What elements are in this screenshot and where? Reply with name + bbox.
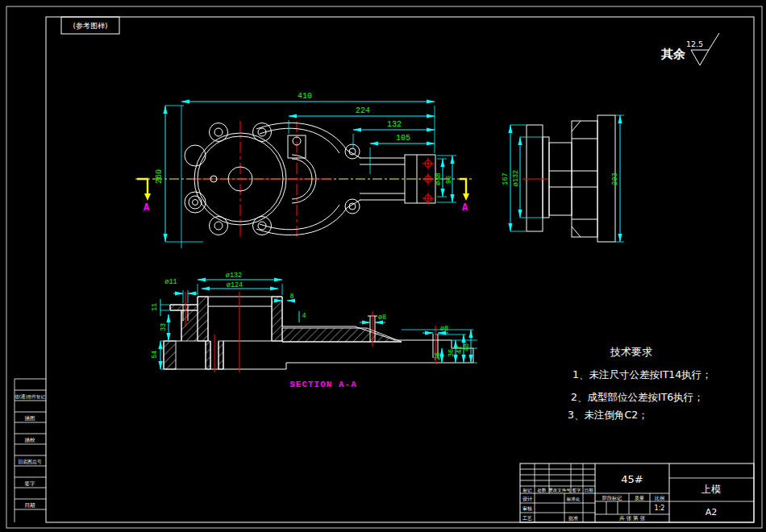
scale-value: 1:2	[655, 505, 665, 512]
dim-11: 11	[151, 303, 159, 311]
tech-req-item: 1、未注尺寸公差按IT14执行；	[572, 368, 712, 380]
surface-finish-value: 12.5	[686, 39, 703, 48]
row-design: 设计	[522, 496, 532, 501]
material-cell: 45#	[621, 473, 643, 485]
col-mark: 标记	[522, 488, 533, 493]
col-doc: 更改文件号	[548, 488, 571, 493]
side-view-dimensions: 167 ø132 203	[502, 115, 624, 242]
tech-req-item: 2、成型部位公差按IT6执行；	[571, 391, 704, 403]
dim-96: 96	[445, 176, 453, 184]
dim-d48: ø48	[435, 172, 443, 185]
dim-d124: ø124	[227, 281, 243, 289]
dim-410: 410	[298, 92, 312, 101]
dim-d8-right: ø8	[440, 325, 448, 333]
roughness-icon	[691, 33, 719, 65]
dim-167: 167	[502, 172, 510, 185]
margin-label: 借(通)用件登记	[15, 393, 45, 400]
title-block: 标记 处数 更改文件号 签字 日期 设计 审核 工艺 标准化 批准 45# 阶段…	[520, 463, 754, 522]
surface-finish-note: 其余 12.5	[660, 33, 719, 65]
margin-label: 日期	[25, 502, 35, 509]
part-name-block: 上模 A2	[669, 478, 754, 517]
dim-8: 8	[289, 293, 293, 301]
part-name: 上模	[701, 484, 721, 495]
row-process: 工艺	[522, 515, 532, 521]
outer-border	[6, 6, 762, 528]
side-view: 167 ø132 203	[502, 115, 624, 242]
sheets-info: 共 张 第 张	[619, 515, 646, 522]
col-count: 处数	[538, 488, 547, 493]
lbl-stage: 阶段标记	[602, 495, 622, 501]
section-label: SECTION A-A	[289, 380, 357, 389]
surface-finish-label: 其余	[660, 47, 686, 61]
col-sign: 签字	[572, 488, 582, 493]
cut-label-a-right: A	[462, 202, 468, 214]
margin-label: 旧底图总号	[19, 459, 42, 465]
margin-strip: 借(通)用件登记 描图 描校 旧底图总号 签字 日期	[15, 379, 46, 522]
top-view-dimensions: 410 224 132 105 260 ø48 96	[155, 92, 456, 248]
hole-target-marks	[423, 158, 434, 204]
stage-scale-block: 阶段标记 质量 比例 1:2 共 张 第 张	[595, 493, 669, 522]
tech-req-title: 技术要求	[610, 346, 652, 358]
margin-label: 签字	[25, 480, 36, 487]
corner-ref-text: (参考图样)	[73, 22, 107, 30]
dim-33: 33	[160, 323, 168, 331]
lbl-approve: 批准	[568, 515, 578, 522]
row-check: 审核	[522, 505, 532, 511]
inner-frame	[46, 17, 754, 522]
dim-4: 4	[302, 312, 306, 320]
sheet-size: A2	[706, 507, 718, 517]
dim-54: 54	[151, 351, 159, 359]
dim-132: 132	[387, 120, 402, 129]
dim-d132: ø132	[512, 170, 520, 186]
tech-req-item: 3、未注倒角C2；	[568, 409, 648, 421]
col-date: 日期	[585, 488, 594, 493]
dim-d11: ø11	[164, 278, 177, 286]
dim-d8-top: ø8	[378, 314, 386, 322]
dim-48: 48	[463, 343, 471, 351]
lbl-scale: 比例	[655, 495, 664, 501]
lbl-weight: 质量	[635, 495, 644, 501]
cad-drawing-viewport: (参考图样) 借(通)用件登记 描图 描校 旧底图总号 签字 日期 其余	[0, 0, 766, 532]
margin-label: 描校	[25, 437, 36, 443]
top-view: 410 224 132 105 260 ø48 96 A A	[135, 92, 474, 248]
tech-requirements: 技术要求 1、未注尺寸公差按IT14执行； 2、成型部位公差按IT6执行； 3、…	[568, 346, 712, 421]
dim-36: 36	[448, 349, 456, 357]
revision-table: 标记 处数 更改文件号 签字 日期 设计 审核 工艺 标准化 批准	[520, 463, 595, 522]
cut-label-a-left: A	[144, 202, 150, 214]
dim-d132: ø132	[226, 272, 242, 280]
dim-224: 224	[356, 106, 370, 115]
cad-canvas: (参考图样) 借(通)用件登记 描图 描校 旧底图总号 签字 日期 其余	[0, 0, 766, 532]
drawing-frame: (参考图样) 借(通)用件登记 描图 描校 旧底图总号 签字 日期	[6, 6, 762, 528]
margin-label: 描图	[25, 415, 35, 422]
dim-260: 260	[155, 169, 164, 184]
dim-203: 203	[611, 172, 619, 185]
section-view: ø132 ø124 ø11 11 33 54 8 4 ø8	[151, 272, 477, 389]
dim-105: 105	[396, 134, 410, 143]
lbl-standard: 标准化	[566, 497, 581, 502]
dim-26: 26	[434, 352, 442, 360]
